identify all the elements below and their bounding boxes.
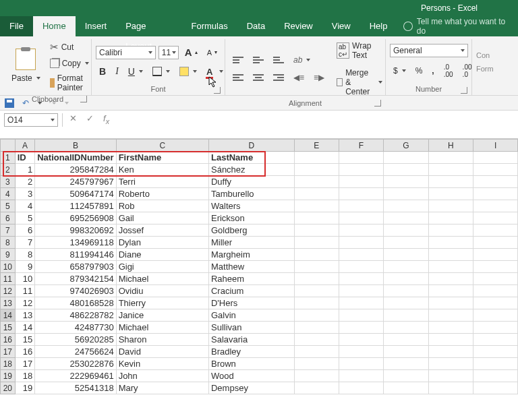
cell-D14[interactable]: Galvin — [208, 309, 294, 322]
decrease-indent-button[interactable]: ◀≡ — [290, 71, 308, 84]
cell-A16[interactable]: 15 — [15, 334, 35, 346]
cell-B15[interactable]: 42487730 — [35, 322, 116, 334]
cell-A20[interactable]: 19 — [15, 382, 35, 394]
tab-insert[interactable]: Insert — [76, 16, 117, 36]
cell-D17[interactable]: Bradley — [208, 346, 294, 358]
cell-B2[interactable]: 295847284 — [35, 164, 116, 176]
fx-button[interactable]: fx — [100, 113, 112, 125]
tab-formulas[interactable]: Formulas — [181, 16, 237, 36]
cell-A4[interactable]: 3 — [15, 188, 35, 200]
comma-button[interactable]: , — [428, 64, 437, 78]
fill-color-button[interactable] — [176, 65, 200, 78]
row-header-12[interactable]: 12 — [1, 285, 16, 297]
tab-view[interactable]: View — [322, 16, 360, 36]
cell-A7[interactable]: 6 — [15, 224, 35, 237]
row-header-18[interactable]: 18 — [1, 358, 16, 370]
align-bottom-button[interactable] — [270, 55, 287, 65]
col-header-B[interactable]: B — [35, 140, 116, 152]
cell-B14[interactable]: 486228782 — [35, 309, 116, 322]
cell-C19[interactable]: John — [116, 370, 208, 382]
cell-B11[interactable]: 879342154 — [35, 273, 116, 285]
cell-A12[interactable]: 11 — [15, 285, 35, 297]
italic-button[interactable]: I — [112, 64, 122, 79]
cell-C20[interactable]: Mary — [116, 382, 208, 394]
worksheet[interactable]: ABCDEFGHI1IDNationalIDNumberFirstNameLas… — [0, 139, 518, 419]
formula-input[interactable] — [116, 113, 514, 127]
row-header-16[interactable]: 16 — [1, 334, 16, 346]
format-painter-button[interactable]: Format Painter — [47, 71, 92, 94]
align-right-button[interactable] — [270, 72, 287, 83]
col-header-I[interactable]: I — [473, 140, 518, 152]
tab-file[interactable]: File — [0, 16, 33, 36]
alignment-dialog-launcher[interactable] — [374, 100, 381, 107]
cell-D18[interactable]: Brown — [208, 358, 294, 370]
cell-A10[interactable]: 9 — [15, 261, 35, 273]
tab-review[interactable]: Review — [275, 16, 322, 36]
cell-B10[interactable]: 658797903 — [35, 261, 116, 273]
row-header-15[interactable]: 15 — [1, 322, 16, 334]
col-header-H[interactable]: H — [428, 140, 473, 152]
cell-B12[interactable]: 974026903 — [35, 285, 116, 297]
cell-C5[interactable]: Rob — [116, 200, 208, 212]
select-all-corner[interactable] — [1, 140, 16, 152]
cell-C15[interactable]: Michael — [116, 322, 208, 334]
tab-page-layout[interactable]: Page Layout — [116, 16, 181, 36]
increase-indent-button[interactable]: ≡▶ — [310, 71, 328, 84]
cell-A15[interactable]: 14 — [15, 322, 35, 334]
cut-button[interactable]: ✂Cut — [47, 39, 92, 55]
orientation-button[interactable]: ab — [290, 53, 314, 67]
cell-A5[interactable]: 4 — [15, 200, 35, 212]
cell-D9[interactable]: Margheim — [208, 249, 294, 261]
borders-button[interactable] — [149, 65, 173, 78]
cell-B13[interactable]: 480168528 — [35, 297, 116, 309]
cell-D8[interactable]: Miller — [208, 237, 294, 249]
increase-font-button[interactable]: A▴ — [181, 44, 201, 60]
cell-B9[interactable]: 811994146 — [35, 249, 116, 261]
cell-B7[interactable]: 998320692 — [35, 224, 116, 237]
col-header-E[interactable]: E — [294, 140, 339, 152]
percent-button[interactable]: % — [412, 64, 426, 78]
cell-B8[interactable]: 134969118 — [35, 237, 116, 249]
row-header-5[interactable]: 5 — [1, 200, 16, 212]
cell-C17[interactable]: David — [116, 346, 208, 358]
enter-formula-button[interactable]: ✓ — [84, 113, 96, 123]
cell-D5[interactable]: Walters — [208, 200, 294, 212]
cell-C14[interactable]: Janice — [116, 309, 208, 322]
cell-C16[interactable]: Sharon — [116, 334, 208, 346]
cell-A13[interactable]: 12 — [15, 297, 35, 309]
cell-C6[interactable]: Gail — [116, 212, 208, 224]
col-header-G[interactable]: G — [384, 140, 429, 152]
name-box[interactable]: O14 — [4, 113, 58, 127]
cell-B1[interactable]: NationalIDNumber — [35, 152, 116, 164]
tell-me[interactable]: Tell me what you want to do — [397, 16, 518, 36]
cell-D13[interactable]: D'Hers — [208, 297, 294, 309]
cell-B17[interactable]: 24756624 — [35, 346, 116, 358]
cell-A2[interactable]: 1 — [15, 164, 35, 176]
cell-A11[interactable]: 10 — [15, 273, 35, 285]
row-header-6[interactable]: 6 — [1, 212, 16, 224]
row-header-2[interactable]: 2 — [1, 164, 16, 176]
number-format-select[interactable]: General — [390, 44, 468, 57]
row-header-11[interactable]: 11 — [1, 273, 16, 285]
cell-A1[interactable]: ID — [15, 152, 35, 164]
cell-C7[interactable]: Jossef — [116, 224, 208, 237]
cell-B16[interactable]: 56920285 — [35, 334, 116, 346]
cell-B3[interactable]: 245797967 — [35, 176, 116, 188]
cell-A8[interactable]: 7 — [15, 237, 35, 249]
cell-C8[interactable]: Dylan — [116, 237, 208, 249]
cell-A9[interactable]: 8 — [15, 249, 35, 261]
bold-button[interactable]: B — [96, 64, 109, 79]
cell-C2[interactable]: Ken — [116, 164, 208, 176]
decrease-font-button[interactable]: A▾ — [204, 47, 221, 59]
align-middle-button[interactable] — [250, 55, 267, 65]
cell-A19[interactable]: 18 — [15, 370, 35, 382]
row-header-9[interactable]: 9 — [1, 249, 16, 261]
cell-D11[interactable]: Raheem — [208, 273, 294, 285]
save-button[interactable] — [4, 98, 15, 109]
row-header-1[interactable]: 1 — [1, 152, 16, 164]
cell-C4[interactable]: Roberto — [116, 188, 208, 200]
col-header-F[interactable]: F — [339, 140, 383, 152]
cell-D10[interactable]: Matthew — [208, 261, 294, 273]
cell-D6[interactable]: Erickson — [208, 212, 294, 224]
cell-C9[interactable]: Diane — [116, 249, 208, 261]
